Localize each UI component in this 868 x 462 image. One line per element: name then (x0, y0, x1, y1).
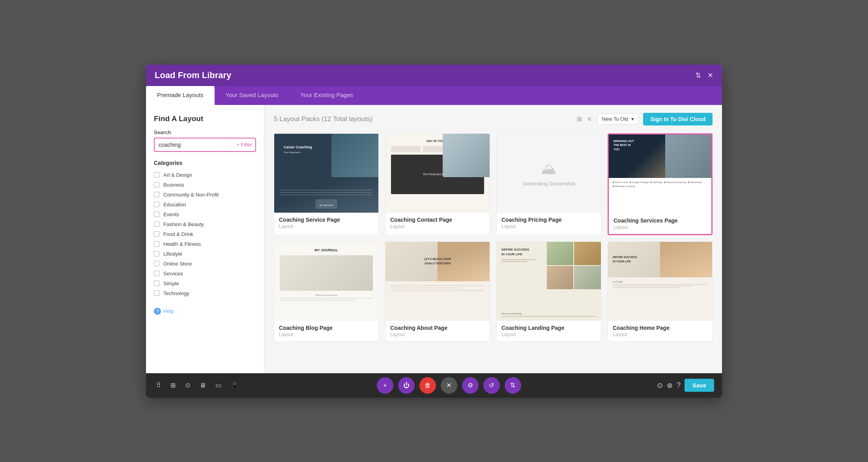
category-checkbox[interactable] (154, 271, 159, 276)
category-checkbox[interactable] (154, 290, 159, 296)
category-community[interactable]: Community & Non-Profit (154, 190, 256, 200)
approach-label: My Approach (315, 199, 337, 209)
chevron-down-icon: ▾ (631, 116, 634, 122)
layout-card-coaching-home[interactable]: DEFINE SUCCESSIN YOUR LIFE I'm Cindy (608, 241, 713, 342)
tablet-view-button[interactable]: ▭ (213, 379, 224, 391)
search-toolbar-button[interactable]: ⊙ (183, 379, 193, 391)
layout-card-coaching-services-selected[interactable]: BRINGING OUTTHE BEST INYOU One on One (608, 133, 713, 235)
layout-card-coaching-about[interactable]: LET'S REACH YOURGOALS TOGETHER (385, 241, 490, 342)
home-thumbnail: DEFINE SUCCESSIN YOUR LIFE I'm Cindy (608, 242, 712, 321)
category-checkbox[interactable] (154, 221, 159, 227)
sort-icon-btn[interactable]: ⇅ (695, 71, 701, 80)
category-label: Services (163, 271, 183, 277)
layout-card-coaching-service[interactable]: Career CoachingYour Approach My Approach (274, 133, 379, 235)
layout-type: Layout (390, 332, 485, 337)
save-button[interactable]: Save (685, 379, 714, 392)
layout-card-coaching-blog[interactable]: MY JOURNAL Working From Home Coaching Bl… (274, 241, 379, 342)
layout-thumbnail: DEFINE SUCCESSIN YOUR LIFE (497, 242, 601, 321)
category-checkbox[interactable] (154, 211, 159, 217)
layout-info: Coaching Landing Page Layout (497, 321, 601, 341)
help-label: Help (163, 308, 174, 314)
category-health[interactable]: Health & Fitness (154, 239, 256, 249)
mobile-view-button[interactable]: 📱 (228, 379, 241, 391)
tab-saved-layouts[interactable]: Your Saved Layouts (215, 86, 290, 105)
service-personal-coaching: Personal Coaching (664, 181, 687, 183)
category-checkbox[interactable] (154, 231, 159, 237)
category-business[interactable]: Business (154, 180, 256, 190)
category-services[interactable]: Services (154, 269, 256, 279)
layout-type: Layout (614, 224, 707, 230)
filter-button[interactable]: + Filter (232, 138, 256, 151)
modal-title: Load From Library (155, 70, 231, 80)
category-food[interactable]: Food & Drink (154, 229, 256, 239)
layout-name: Coaching Pricing Page (501, 217, 596, 223)
list-view-button[interactable]: ≡ (586, 114, 593, 124)
layout-card-coaching-contact[interactable]: GET IN TOUCH Divi Personal Coaching (385, 133, 490, 235)
layers-button[interactable]: ⊗ (667, 381, 673, 390)
grid-view-button[interactable]: ⊞ (575, 114, 584, 124)
category-education[interactable]: Education (154, 200, 256, 209)
desktop-view-button[interactable]: 🖥 (197, 379, 208, 391)
categories-title: Categories (154, 160, 256, 166)
help-row[interactable]: ? Help (154, 308, 256, 315)
define-success-text: DEFINE SUCCESSIN YOUR LIFE (501, 247, 544, 257)
category-checkbox[interactable] (154, 261, 159, 266)
layout-info: Coaching Service Page Layout (274, 213, 378, 233)
services-hero-text: BRINGING OUTTHE BEST INYOU (614, 139, 634, 152)
sign-in-divi-cloud-button[interactable]: Sign In To Divi Cloud (643, 113, 713, 125)
category-simple[interactable]: Simple (154, 279, 256, 288)
power-button[interactable]: ⏻ (398, 377, 415, 394)
landing-photo-grid (547, 242, 601, 289)
category-checkbox[interactable] (154, 251, 159, 256)
search-right-button[interactable]: ⊙ (657, 381, 663, 390)
category-label: Fashion & Beauty (163, 221, 204, 227)
layout-info: Coaching Pricing Page Layout (497, 213, 601, 233)
trash-button[interactable]: 🗑 (419, 377, 436, 394)
layout-type: Layout (390, 224, 485, 229)
category-checkbox[interactable] (154, 202, 159, 207)
category-online-store[interactable]: Online Store (154, 259, 256, 269)
category-checkbox[interactable] (154, 182, 159, 187)
layout-info: Coaching About Page Layout (385, 321, 490, 341)
category-art-design[interactable]: Art & Design (154, 170, 256, 180)
category-checkbox[interactable] (154, 172, 159, 178)
service-planning: Planning Coaching (613, 185, 635, 187)
category-lifestyle[interactable]: Lifestyle (154, 249, 256, 259)
grid-button[interactable]: ⊞ (168, 379, 178, 391)
tab-existing-pages[interactable]: Your Existing Pages (289, 86, 364, 105)
help-toolbar-button[interactable]: ? (677, 381, 681, 389)
header-icons: ⇅ ✕ (695, 71, 713, 80)
layout-name: Coaching Services Page (614, 217, 707, 224)
category-label: Art & Design (163, 172, 192, 178)
services-thumbnail: BRINGING OUTTHE BEST INYOU One on One (609, 135, 711, 213)
category-checkbox[interactable] (154, 192, 159, 197)
close-center-button[interactable]: ✕ (441, 377, 457, 394)
layout-thumbnail: MY JOURNAL Working From Home (274, 242, 378, 321)
category-fashion[interactable]: Fashion & Beauty (154, 219, 256, 229)
category-label: Simple (163, 281, 179, 286)
layout-type: Layout (279, 224, 374, 229)
category-checkbox[interactable] (154, 241, 159, 247)
search-input[interactable] (155, 138, 232, 151)
about-thumbnail: LET'S REACH YOURGOALS TOGETHER (385, 242, 490, 321)
layout-card-coaching-landing[interactable]: DEFINE SUCCESSIN YOUR LIFE (496, 241, 601, 342)
category-technology[interactable]: Technology (154, 288, 256, 298)
close-button[interactable]: ✕ (707, 71, 713, 80)
history-button[interactable]: ↺ (483, 377, 500, 394)
category-events[interactable]: Events (154, 209, 256, 219)
career-thumb-text: Career CoachingYour Approach (284, 145, 312, 155)
add-button[interactable]: + (377, 377, 393, 394)
menu-button[interactable]: ⠿ (154, 379, 163, 391)
layout-thumbnail: DEFINE SUCCESSIN YOUR LIFE I'm Cindy (608, 242, 712, 321)
tab-premade-layouts[interactable]: Premade Layouts (146, 86, 215, 105)
settings-button[interactable]: ⚙ (462, 377, 479, 394)
transform-button[interactable]: ⇅ (505, 377, 521, 394)
blog-main-image (280, 255, 373, 291)
tabs-bar: Premade Layouts Your Saved Layouts Your … (146, 86, 722, 105)
category-checkbox[interactable] (154, 281, 159, 286)
modal-body: Find A Layout Search + Filter Categories… (146, 105, 722, 373)
layout-thumbnail: Career CoachingYour Approach My Approach (274, 134, 378, 213)
sort-dropdown[interactable]: New To Old ▾ (597, 113, 638, 125)
layout-card-coaching-pricing[interactable]: ⛰ Generating Screenshot Coaching Pricing… (496, 133, 601, 235)
email-field (391, 146, 421, 152)
